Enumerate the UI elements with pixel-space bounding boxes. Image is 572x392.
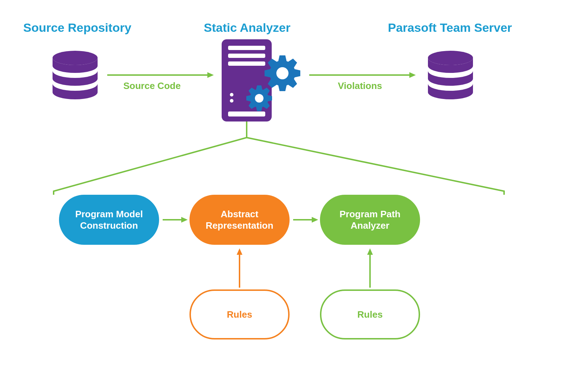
- svg-point-1: [428, 51, 473, 65]
- arrow-right-icon: [309, 70, 416, 80]
- svg-marker-14: [207, 72, 214, 78]
- pill-label: Program Model Construction: [59, 208, 159, 232]
- pill-label: Program Path Analyzer: [320, 208, 420, 232]
- svg-point-6: [230, 93, 233, 96]
- database-icon: [424, 50, 477, 100]
- svg-point-10: [276, 67, 289, 79]
- arrow-right-icon: [163, 214, 188, 225]
- arrow-right-icon: [293, 214, 318, 225]
- arrow-up-icon: [365, 248, 375, 288]
- fanout-lines: [50, 121, 508, 197]
- pill-label: Abstract Representation: [189, 208, 290, 232]
- label-source-code: Source Code: [123, 80, 181, 91]
- diagram-stage: Source Repository Static Analyzer Paraso…: [0, 0, 572, 392]
- database-icon: [48, 50, 102, 100]
- heading-source-repository: Source Repository: [23, 21, 131, 35]
- svg-point-7: [230, 99, 233, 103]
- svg-marker-24: [367, 248, 373, 255]
- svg-rect-3: [228, 46, 265, 50]
- svg-point-12: [255, 94, 263, 103]
- heading-team-server: Parasoft Team Server: [388, 21, 512, 35]
- pill-program-path-analyzer: Program Path Analyzer: [320, 195, 420, 245]
- gears-icon: [245, 54, 306, 114]
- svg-point-0: [53, 51, 98, 65]
- pill-label: Rules: [358, 309, 383, 321]
- label-violations: Violations: [338, 80, 382, 91]
- pill-program-model: Program Model Construction: [59, 195, 159, 245]
- svg-marker-18: [181, 217, 188, 223]
- arrow-right-icon: [107, 70, 214, 80]
- pill-abstract-representation: Abstract Representation: [189, 195, 290, 245]
- heading-static-analyzer: Static Analyzer: [204, 21, 291, 35]
- pill-rules-green: Rules: [320, 289, 420, 339]
- arrow-up-icon: [234, 248, 245, 288]
- pill-label: Rules: [227, 309, 252, 321]
- pill-rules-orange: Rules: [189, 289, 290, 339]
- svg-marker-16: [409, 72, 416, 78]
- svg-marker-22: [237, 248, 242, 255]
- svg-marker-20: [312, 217, 318, 223]
